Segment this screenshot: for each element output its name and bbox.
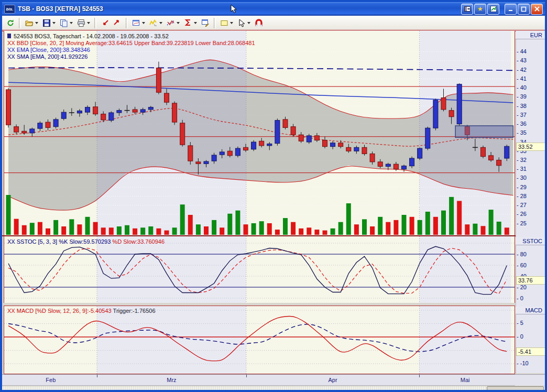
dropdown-arrow-icon[interactable] [194, 22, 197, 26]
minimize-button[interactable] [505, 4, 517, 15]
stochastic-pane[interactable] [4, 236, 515, 303]
horizontal-scrollbar[interactable] [2, 386, 545, 390]
signals-icon [184, 19, 192, 27]
legend-bbd: XX BBD [Close, 20, 2] Moving Average:33.… [7, 40, 255, 47]
month-tick [97, 375, 97, 377]
title-bar[interactable]: bis. TSB - BOS3 [XETRA] 524553 ★ [2, 2, 545, 16]
axis-tick-label: 44 [517, 48, 527, 55]
instrument-title: 524553 BOS3, Tageschart - 14.02.2008 - 1… [14, 33, 169, 39]
macd-legend: XX MACD [%D Slow, 12, 26, 9]:-5.40543 Tr… [7, 308, 156, 314]
axis-tick-label: 20 [517, 284, 527, 291]
axis-tick-label: 38 [517, 103, 527, 110]
scaling-button[interactable] [148, 17, 164, 29]
save-button[interactable] [41, 17, 57, 29]
axis-tick-label: 27 [517, 202, 527, 209]
axis-tick-label: 39 [517, 93, 527, 100]
axis-tick-label: 31 [517, 166, 527, 172]
axis-tick-label: 35 [517, 129, 527, 136]
performance-button[interactable] [487, 4, 499, 15]
last-price-marker: 33.52 [516, 143, 546, 151]
axis-tick-label: -10 [517, 360, 529, 367]
time-axis: FebMrzAprMai [2, 374, 515, 386]
axis-tick-label: 29 [517, 184, 527, 191]
axis-tick-label: 5 [517, 320, 523, 326]
refresh-button[interactable] [5, 17, 16, 29]
window-title: TSB - BOS3 [XETRA] 524553 [18, 5, 460, 13]
chart-forward-button[interactable] [112, 17, 123, 29]
macd-value-marker: -5.41 [516, 347, 546, 356]
toolbar [2, 16, 545, 30]
dropdown-arrow-icon[interactable] [177, 22, 180, 26]
favorites-button[interactable]: ★ [474, 4, 486, 15]
month-label: Mrz [167, 377, 176, 383]
axis-tick-label: 25 [517, 220, 527, 227]
copy-button[interactable] [58, 17, 74, 29]
magnet-button[interactable] [253, 17, 265, 29]
axis-tick-label: 36 [517, 121, 527, 127]
dropdown-arrow-icon[interactable] [87, 22, 90, 26]
axis-tick-label: 42 [517, 67, 527, 73]
dropdown-arrow-icon[interactable] [70, 22, 73, 26]
legend-sma: XX SMA [EMA, 200]:41.929226 [7, 53, 255, 60]
axis-tick-label: 41 [517, 75, 527, 82]
scrollbar-thumb[interactable] [487, 386, 544, 390]
properties-button[interactable] [200, 17, 211, 29]
panels-button[interactable] [461, 4, 473, 15]
new-chart-icon [132, 19, 140, 27]
signals-button[interactable] [182, 17, 199, 29]
dropdown-arrow-icon[interactable] [35, 22, 38, 26]
month-tick [246, 375, 247, 377]
indicators-button[interactable] [165, 17, 181, 29]
axis-tick-label: 43 [517, 57, 527, 64]
pointer-icon [237, 19, 246, 27]
axis-header-sstoc: SSTOC [516, 237, 545, 245]
chart-back-button[interactable] [99, 17, 111, 29]
stochastic-legend: XX SSTOC [5, 3, 3] %K Slow:59.570293 %D … [7, 238, 165, 245]
app-window: bis. TSB - BOS3 [XETRA] 524553 ★ 524553 … [0, 0, 547, 392]
new-chart-button[interactable] [130, 17, 147, 29]
month-label: Feb [46, 377, 56, 383]
indicators-icon [167, 19, 175, 27]
price-legend: 524553 BOS3, Tageschart - 14.02.2008 - 1… [7, 33, 255, 60]
print-icon [77, 19, 85, 27]
close-button[interactable] [531, 4, 543, 15]
magnet-icon [255, 19, 263, 27]
axis-tick-label: 0 [517, 333, 523, 340]
dropdown-arrow-icon[interactable] [142, 22, 145, 26]
axis-tick-label: 40 [517, 84, 527, 91]
toolbar-separator [126, 18, 128, 28]
month-label: Mai [461, 377, 470, 383]
toolbar-separator [94, 18, 96, 28]
dropdown-arrow-icon[interactable] [247, 22, 250, 26]
axis-tick-label: 30 [517, 175, 527, 181]
price-pane[interactable] [4, 31, 515, 235]
open-button[interactable] [24, 17, 40, 29]
instrument-icon [7, 34, 11, 38]
toolbar-separator [19, 18, 21, 28]
axis-tick-label: 60 [517, 262, 527, 269]
toolbar-separator [214, 18, 216, 28]
stoch-value-marker: 33.76 [516, 276, 546, 285]
print-button[interactable] [75, 17, 92, 29]
draw-rectangle-button[interactable] [218, 17, 235, 29]
dropdown-arrow-icon[interactable] [159, 22, 162, 26]
pointer-button[interactable] [236, 17, 252, 29]
legend-trigger: Trigger:-1.76506 [113, 308, 156, 314]
axis-tick-label: 0 [517, 295, 523, 302]
maximize-button[interactable] [518, 4, 530, 15]
dropdown-arrow-icon[interactable] [230, 22, 233, 26]
scaling-icon [149, 19, 158, 27]
copy-icon [60, 19, 68, 27]
legend-macd: XX MACD [%D Slow, 12, 26, 9]:-5.40543 [7, 308, 113, 314]
month-tick [419, 375, 420, 377]
chart-forward-icon [113, 19, 122, 27]
month-label: Apr [329, 377, 337, 383]
macd-pane[interactable] [4, 306, 515, 374]
refresh-icon [6, 19, 15, 27]
properties-icon [201, 19, 210, 27]
axis-tick-label: 28 [517, 193, 527, 200]
dropdown-arrow-icon[interactable] [52, 22, 56, 26]
chart-back-icon [101, 19, 109, 27]
axis-tick-label: 80 [517, 251, 527, 258]
save-icon [42, 19, 51, 27]
